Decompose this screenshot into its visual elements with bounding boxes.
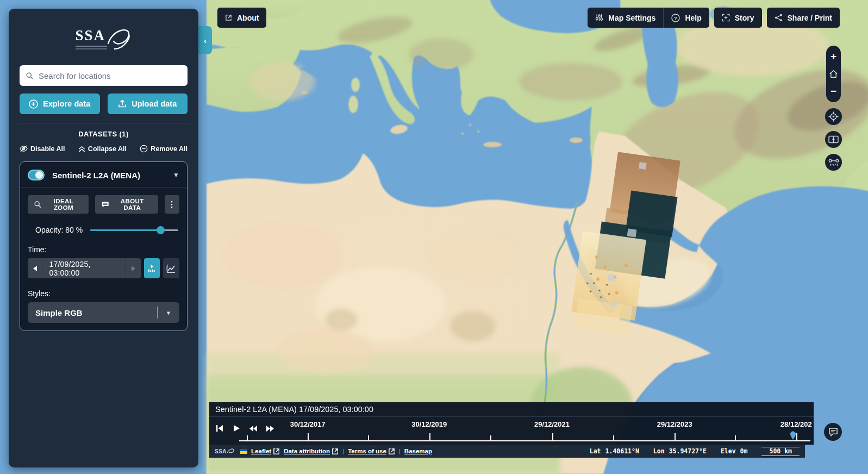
story-icon — [722, 14, 730, 22]
chart-button[interactable] — [163, 258, 179, 278]
map-scale-bar: 500 km — [761, 447, 800, 456]
terms-of-use-link[interactable]: Terms of use — [348, 448, 395, 455]
rewind-icon — [249, 425, 258, 432]
timeline-title: Sentinel-2 L2A (MENA) 17/09/2025, 03:00:… — [209, 402, 814, 417]
share-icon — [775, 14, 783, 22]
longitude-readout: Lon35.94727°E — [653, 447, 707, 455]
time-value[interactable]: 17/09/2025, 03:00:00 — [42, 260, 126, 277]
upload-data-button[interactable]: Upload data — [108, 93, 188, 114]
timeline-panel: Sentinel-2 L2A (MENA) 17/09/2025, 03:00:… — [209, 402, 814, 445]
opacity-thumb[interactable] — [157, 226, 165, 234]
opacity-label: Opacity: 80 % — [29, 226, 83, 234]
search-input[interactable] — [39, 71, 181, 80]
explore-data-label: Explore data — [43, 99, 90, 108]
timeline-tick — [552, 433, 553, 440]
home-button[interactable] — [826, 66, 841, 82]
timeline-track[interactable]: 30/12/2017 30/12/2019 29/12/2021 29/12/2… — [209, 417, 814, 445]
chevron-left-icon: ‹ — [204, 36, 207, 45]
timeline-play-pause-button[interactable] — [230, 422, 242, 434]
about-data-button[interactable]: ABOUT DATA — [95, 195, 158, 214]
external-link-icon — [388, 448, 395, 455]
upload-icon — [118, 99, 127, 108]
toggle-knob — [35, 171, 43, 179]
map-controls-rail: + − — [826, 46, 841, 171]
explore-data-button[interactable]: Explore data — [20, 93, 100, 114]
story-button[interactable]: Story — [714, 8, 762, 28]
timeline-faster-button[interactable] — [264, 422, 276, 434]
opacity-slider[interactable] — [90, 226, 178, 234]
styles-dropdown[interactable]: Simple RGB ▾ — [28, 302, 179, 323]
crosshair-icon — [828, 111, 839, 122]
time-cursor-icon — [790, 431, 796, 440]
plus-circle-icon — [29, 99, 38, 109]
sliders-icon — [595, 14, 603, 22]
ssa-mini-swoosh-icon — [227, 448, 235, 454]
timeline-tick — [675, 433, 676, 440]
chevrons-up-icon — [78, 145, 85, 153]
dataset-collapse-caret[interactable]: ▼ — [173, 171, 179, 179]
ssa-mini-logo: SSA — [215, 448, 235, 454]
measure-tool-button[interactable] — [825, 154, 842, 171]
kebab-icon: ⋮ — [168, 199, 176, 209]
feedback-button[interactable] — [824, 423, 842, 441]
timeline-tick-label: 29/12/2023 — [657, 420, 692, 428]
data-attribution-link[interactable]: Data attribution — [284, 448, 339, 455]
about-button[interactable]: About — [217, 8, 266, 28]
map-settings-label: Map Settings — [608, 14, 655, 22]
help-button[interactable]: ? Help — [664, 8, 709, 28]
timeline-tick — [613, 435, 614, 440]
timeline-tick — [735, 435, 736, 440]
zoom-in-button[interactable]: + — [826, 49, 841, 64]
data-attribution-label: Data attribution — [284, 448, 330, 454]
map-settings-button[interactable]: Map Settings — [588, 8, 663, 28]
previous-time-button[interactable] — [28, 258, 42, 278]
plus-icon: + — [830, 51, 836, 63]
location-search — [20, 65, 188, 86]
help-label: Help — [685, 14, 701, 22]
minus-icon: − — [830, 85, 836, 97]
ideal-zoom-label: IDEAL ZOOM — [45, 198, 83, 211]
separator: | — [399, 448, 401, 454]
ideal-zoom-button[interactable]: IDEAL ZOOM — [28, 195, 89, 214]
ssa-logo: SSA — [20, 27, 188, 51]
eye-off-icon — [20, 145, 28, 153]
collapse-all-label: Collapse All — [88, 145, 127, 153]
disable-all-button[interactable]: Disable All — [20, 145, 65, 153]
timeline-play-button[interactable] — [144, 258, 160, 278]
dataset-more-menu-button[interactable]: ⋮ — [165, 195, 179, 214]
compare-button[interactable] — [825, 131, 842, 148]
sidebar: SSA Explore data — [9, 9, 198, 467]
timeline-current-time-cursor[interactable] — [790, 431, 796, 442]
remove-all-button[interactable]: Remove All — [140, 145, 188, 153]
dataset-enable-toggle[interactable] — [28, 170, 45, 180]
play-timeline-icon — [147, 264, 157, 273]
share-print-label: Share / Print — [788, 14, 832, 22]
next-time-button[interactable] — [126, 258, 140, 278]
ssa-logo-text: SSA — [76, 27, 107, 44]
zoom-out-button[interactable]: − — [826, 84, 841, 99]
leaflet-label: Leaflet — [251, 448, 271, 454]
sidebar-collapse-button[interactable]: ‹ — [198, 26, 212, 54]
app-stage: ‹ SSA E — [0, 0, 868, 474]
fast-forward-icon — [266, 425, 274, 432]
svg-text:?: ? — [674, 15, 677, 21]
chat-bubble-icon — [828, 427, 838, 436]
styles-label: Styles: — [28, 289, 179, 298]
time-label: Time: — [28, 245, 179, 254]
styles-selected-value: Simple RGB — [35, 308, 157, 317]
share-print-button[interactable]: Share / Print — [767, 8, 840, 28]
date-picker: 17/09/2025, 03:00:00 — [28, 258, 141, 278]
timeline-slower-button[interactable] — [247, 422, 259, 434]
ssa-mini-logo-text: SSA — [215, 448, 227, 454]
map-settings-help-group: Map Settings ? Help — [588, 8, 709, 28]
collapse-all-button[interactable]: Collapse All — [78, 145, 127, 153]
basemap-link[interactable]: Basemap — [404, 448, 432, 454]
timeline-tick-label: 28/12/202 — [780, 420, 812, 428]
measure-icon — [828, 158, 839, 167]
leaflet-link[interactable]: Leaflet — [251, 448, 280, 455]
timeline-tick — [796, 433, 797, 440]
external-link-icon — [332, 448, 339, 455]
help-icon: ? — [671, 14, 680, 22]
geolocate-button[interactable] — [825, 108, 842, 125]
timeline-go-start-button[interactable] — [214, 422, 226, 434]
